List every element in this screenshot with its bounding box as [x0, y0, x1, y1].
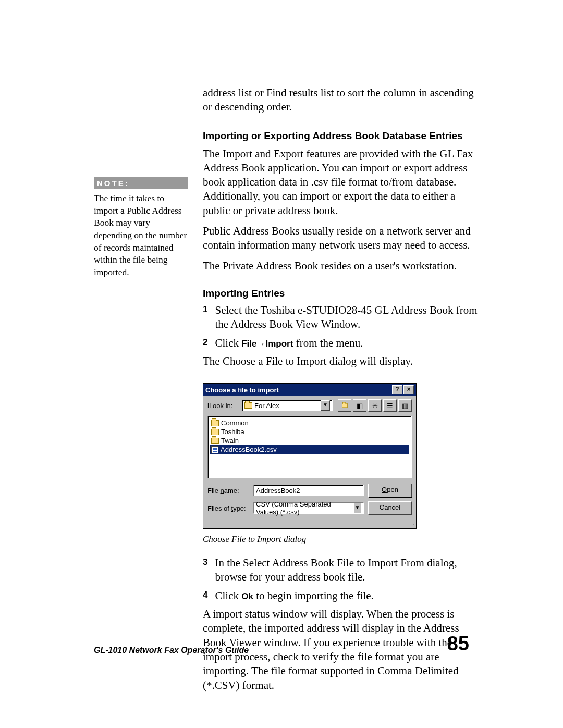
figure-caption: Choose File to Import dialog	[203, 534, 478, 545]
csv-file-icon	[211, 446, 218, 453]
step-number: 3	[203, 556, 207, 585]
paragraph-private: The Private Address Book resides on a us…	[203, 259, 478, 273]
dialog-screenshot: Choose a file to import ? × iLook in: Fo…	[203, 383, 478, 529]
desktop-button[interactable]: ◧	[353, 399, 366, 412]
filetype-label: Files of type:	[207, 504, 249, 512]
step-text: Click Ok to begin importing the file.	[215, 589, 373, 603]
list-item[interactable]: Twain	[210, 436, 409, 445]
up-folder-button[interactable]	[338, 399, 351, 412]
dialog-titlebar: Choose a file to import ? ×	[203, 384, 416, 396]
paragraph-import-export: The Import and Export features are provi…	[203, 147, 478, 218]
ui-file-import: File→Import	[241, 339, 293, 349]
cancel-button[interactable]: Cancel	[368, 501, 412, 515]
folder-icon	[211, 438, 219, 444]
dropdown-icon[interactable]: ▼	[353, 503, 361, 513]
folder-icon	[244, 402, 252, 409]
step-text: Click File→Import from the menu.	[215, 336, 363, 350]
steps-list: 1 Select the Toshiba e-STUDIO28-45 GL Ad…	[203, 303, 478, 350]
page-number: 85	[447, 633, 469, 655]
ui-ok: Ok	[241, 591, 253, 601]
list-item[interactable]: Toshiba	[210, 427, 409, 436]
main-content: address list or Find results list to sor…	[203, 86, 478, 699]
footer-title: GL-1010 Network Fax Operator's Guide	[94, 646, 249, 655]
lookin-value: For Alex	[254, 402, 279, 410]
heading-importing-entries: Importing Entries	[203, 288, 478, 299]
folder-icon	[211, 420, 219, 426]
note-text: The time it takes to import a Public Add…	[94, 192, 188, 278]
list-view-button[interactable]: ☰	[383, 399, 397, 412]
filetype-combo[interactable]: CSV (Comma Separated Values) (*.csv) ▼	[253, 502, 364, 514]
folder-icon	[211, 429, 219, 435]
details-view-button[interactable]: ▥	[398, 399, 412, 412]
heading-import-export: Importing or Exporting Address Book Data…	[203, 130, 478, 142]
step-1: 1 Select the Toshiba e-STUDIO28-45 GL Ad…	[203, 303, 478, 332]
step-2: 2 Click File→Import from the menu.	[203, 336, 478, 350]
lookin-label: iLook in:	[207, 402, 239, 410]
steps-list-2: 3 In the Select Address Book File to Imp…	[203, 556, 478, 603]
step-4: 4 Click Ok to begin importing the file.	[203, 589, 478, 603]
dialog-title-text: Choose a file to import	[205, 386, 279, 394]
filename-input[interactable]: AddressBook2	[253, 485, 364, 496]
step-number: 1	[203, 303, 207, 332]
file-import-dialog: Choose a file to import ? × iLook in: Fo…	[203, 383, 417, 529]
lookin-row: iLook in: For Alex ▼ ◧ ✳ ☰ ▥	[203, 396, 416, 414]
toolbar: ◧ ✳ ☰ ▥	[338, 399, 412, 412]
help-button[interactable]: ?	[392, 385, 402, 394]
lookin-combo[interactable]: For Alex ▼	[242, 400, 333, 411]
paragraph-choose-dialog: The Choose a File to Import dialog will …	[203, 354, 478, 368]
step-text: In the Select Address Book File to Impor…	[215, 556, 478, 585]
new-folder-button[interactable]: ✳	[368, 399, 382, 412]
resize-grip-icon[interactable]: ⋰	[203, 524, 416, 528]
step-number: 4	[203, 589, 207, 603]
list-item-selected[interactable]: AddressBook2.csv	[210, 445, 409, 454]
open-button[interactable]: Open	[368, 484, 412, 497]
dialog-bottom: File name: AddressBook2 Open Files of ty…	[203, 480, 416, 524]
filename-label: File name:	[207, 487, 249, 495]
page-footer: GL-1010 Network Fax Operator's Guide 85	[94, 627, 469, 655]
list-item[interactable]: Common	[210, 418, 409, 427]
note-label: NOTE:	[94, 177, 188, 189]
file-list[interactable]: Common Toshiba Twain AddressBook2.csv	[207, 416, 412, 478]
step-3: 3 In the Select Address Book File to Imp…	[203, 556, 478, 585]
note-block: NOTE: The time it takes to import a Publ…	[94, 177, 188, 278]
paragraph-public: Public Address Books usually reside on a…	[203, 224, 478, 253]
close-button[interactable]: ×	[403, 385, 414, 394]
step-number: 2	[203, 336, 207, 350]
intro-paragraph: address list or Find results list to sor…	[203, 86, 478, 115]
step-text: Select the Toshiba e-STUDIO28-45 GL Addr…	[215, 303, 478, 332]
dropdown-icon[interactable]: ▼	[321, 400, 330, 411]
